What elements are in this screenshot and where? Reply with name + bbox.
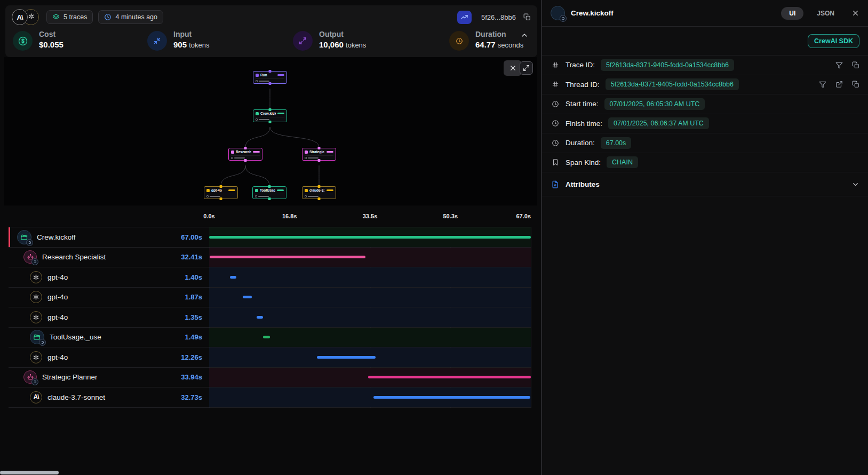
graph-node-crew[interactable]: Crew.kickoff [253,109,287,122]
graph-node-gpt[interactable]: gpt-4o [204,186,238,199]
axis-tick-label: 50.3s [443,213,458,219]
field-start-time: Start time:07/01/2025, 06:05:30 AM UTC [542,94,868,114]
span-row-name: A\claude-3.7-sonnet32.73s [9,387,209,407]
span-name: claude-3.7-sonnet [47,393,105,401]
stat-unit: seconds [498,41,523,49]
span-row[interactable]: A\claude-3.7-sonnet32.73s [9,387,531,408]
trace-chart-button[interactable] [457,11,472,24]
provider-logos: A\ [12,9,39,25]
graph-node-rs[interactable]: Research Speciali... [228,148,262,161]
stat-duration: Duration64.77 seconds [449,30,530,51]
node-title: Strategic Planner [309,150,325,154]
graph-close-button[interactable] [504,60,522,76]
attributes-label: Attributes [566,180,600,188]
node-type-icon [256,112,259,115]
span-row-track [209,267,531,287]
traces-count-label: 5 traces [63,13,87,21]
span-row-name: Crew.kickoff67.00s [9,227,209,247]
span-row-name: gpt-4o1.87s [9,288,209,307]
node-source-handle [269,121,272,123]
field-actions [819,81,859,88]
copy-trace-id-icon[interactable] [523,13,531,21]
stat-unit: tokens [189,41,209,49]
field-label: Span Kind: [566,159,601,167]
stat-unit: tokens [346,41,366,49]
axis-tick-label: 33.5s [363,213,378,219]
span-row[interactable]: Research Specialist32.41s [9,248,531,268]
tab-json[interactable]: JSON [809,7,842,20]
span-name: Strategic Planner [42,373,98,381]
span-duration: 32.73s [181,393,202,401]
span-row[interactable]: gpt-4o1.87s [9,288,531,308]
graph-node-claude[interactable]: claude-3.7-sonnet [302,186,336,199]
attributes-section-header[interactable]: Attributes [542,172,868,196]
stat-value: 905 tokens [173,40,210,49]
filter-icon[interactable] [819,81,826,88]
copy-icon[interactable] [852,81,859,88]
node-subline [305,194,333,197]
node-subline [255,194,284,197]
horizontal-scrollbar[interactable] [0,471,59,474]
node-type-icon [305,151,308,154]
stat-value: 64.77 seconds [475,40,523,49]
node-duration-badge [228,189,235,191]
field-label: Finish time: [566,120,602,128]
span-bar [210,256,365,258]
clock-icon [551,120,560,127]
graph-node-run[interactable]: Run [253,71,287,84]
clock-icon [551,100,560,108]
span-row-name: gpt-4o1.40s [9,267,209,287]
node-title: gpt-4o [211,188,227,192]
trace-graph: RunCrew.kickoffResearch Speciali...Strat… [4,57,537,205]
node-source-handle [318,197,321,200]
span-name: gpt-4o [47,353,68,361]
graph-node-sp[interactable]: Strategic Planner [302,148,336,161]
node-source-handle [318,159,321,162]
span-row-track [209,288,531,307]
external-link-icon[interactable] [835,81,843,88]
node-subline [305,155,333,159]
copy-icon[interactable] [852,61,859,69]
agentops-sub-badge-icon [31,258,38,265]
span-duration: 67.00s [181,233,202,241]
span-duration: 12.26s [181,353,202,361]
node-source-handle [269,82,272,85]
span-duration: 32.41s [181,253,202,261]
chevron-down-icon[interactable] [851,180,859,188]
span-row[interactable]: gpt-4o1.40s [9,267,531,288]
tab-ui[interactable]: UI [781,7,803,20]
node-target-handle [269,108,272,111]
field-thread-id: Thread ID:5f2613da-8371-9405-fcdd-0a1534… [542,75,868,95]
span-row[interactable]: Crew.kickoff67.00s [9,227,531,248]
panel-close-icon[interactable] [851,9,859,17]
field-actions [835,61,859,69]
span-row[interactable]: gpt-4o12.26s [9,347,531,368]
agentops-sub-badge-icon [39,339,46,346]
filter-icon[interactable] [835,61,843,69]
graph-expand-button[interactable] [520,61,533,75]
span-row[interactable]: ToolUsage._use1.49s [9,328,531,348]
span-row-name: Research Specialist32.41s [9,248,209,267]
node-duration-badge [327,151,333,153]
axis-tick-label: 67.0s [516,213,531,219]
chevron-up-icon[interactable] [520,31,529,42]
span-name: gpt-4o [47,313,68,321]
arrows-out-icon [293,31,313,51]
agentops-sub-badge-icon [560,15,567,22]
node-title: Crew.kickoff [260,112,276,115]
node-duration-badge [277,74,284,76]
span-name: gpt-4o [47,293,68,301]
span-row[interactable]: gpt-4o1.35s [9,307,531,328]
layers-icon [52,13,60,21]
agentops-sub-badge-icon [26,239,33,246]
span-row[interactable]: Strategic Planner33.94s [9,368,531,388]
node-subline [206,194,235,197]
stat-label: Input [173,30,210,38]
graph-node-tool[interactable]: ToolUsage._use [252,186,286,199]
crewai-icon [17,230,31,244]
traces-count-badge[interactable]: 5 traces [46,10,93,24]
node-target-handle [269,70,272,73]
span-bar [317,356,376,359]
trace-stats-row: Cost$0.055Input905 tokensOutput10,060 to… [5,29,537,51]
span-bar [373,396,531,399]
